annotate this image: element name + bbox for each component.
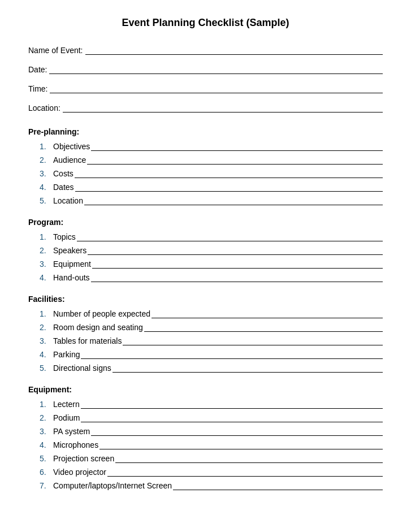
item-number: 2. bbox=[40, 413, 51, 422]
list-item: 1.Topics bbox=[40, 231, 383, 241]
item-label: Dates bbox=[53, 183, 74, 192]
item-line bbox=[144, 322, 383, 332]
list-item: 5.Projection screen bbox=[40, 453, 383, 463]
item-number: 1. bbox=[40, 232, 51, 241]
item-line bbox=[91, 141, 383, 151]
item-number: 4. bbox=[40, 273, 51, 282]
item-label: Podium bbox=[53, 413, 80, 422]
item-line bbox=[87, 154, 383, 165]
item-line bbox=[88, 245, 383, 255]
section-title-pre-planning: Pre-planning: bbox=[28, 127, 383, 136]
item-line bbox=[115, 453, 383, 463]
section-title-program: Program: bbox=[28, 218, 383, 227]
list-item: 4.Hand-outs bbox=[40, 272, 383, 282]
item-number: 1. bbox=[40, 400, 51, 409]
header-label-2: Time: bbox=[28, 84, 47, 93]
item-number: 4. bbox=[40, 183, 51, 192]
header-label-0: Name of Event: bbox=[28, 46, 83, 55]
section-equipment: Equipment:1.Lectern2.Podium3.PA system4.… bbox=[28, 385, 383, 490]
section-facilities: Facilities:1.Number of people expected2.… bbox=[28, 295, 383, 373]
list-item: 3.Equipment bbox=[40, 258, 383, 269]
item-number: 7. bbox=[40, 481, 51, 490]
header-line-3 bbox=[63, 102, 383, 113]
item-number: 3. bbox=[40, 259, 51, 269]
item-number: 2. bbox=[40, 323, 51, 332]
item-line bbox=[77, 231, 383, 241]
header-field-3: Location: bbox=[28, 102, 383, 113]
section-pre-planning: Pre-planning:1.Objectives2.Audience 3.Co… bbox=[28, 127, 383, 205]
list-item: 1.Lectern bbox=[40, 399, 383, 409]
item-line bbox=[173, 480, 383, 490]
list-item: 2.Audience bbox=[40, 154, 383, 165]
item-label: Video projector bbox=[53, 468, 106, 477]
item-label: Projection screen bbox=[53, 454, 114, 463]
list-item: 2.Podium bbox=[40, 412, 383, 422]
header-label-1: Date: bbox=[28, 65, 47, 74]
header-fields: Name of Event:Date:Time:Location: bbox=[28, 45, 383, 127]
header-line-2 bbox=[50, 83, 383, 93]
item-number: 1. bbox=[40, 309, 51, 318]
list-item: 2.Speakers bbox=[40, 245, 383, 255]
item-label: Lectern bbox=[53, 400, 80, 409]
list-item: 2.Room design and seating bbox=[40, 322, 383, 332]
item-label: Computer/laptops/Internet Screen bbox=[53, 481, 172, 490]
header-field-0: Name of Event: bbox=[28, 45, 383, 55]
section-list-pre-planning: 1.Objectives2.Audience 3.Costs4.Dates5.L… bbox=[28, 141, 383, 205]
section-program: Program:1.Topics2.Speakers3.Equipment4.H… bbox=[28, 218, 383, 282]
list-item: 4.Microphones bbox=[40, 439, 383, 449]
header-field-2: Time: bbox=[28, 83, 383, 93]
item-number: 2. bbox=[40, 155, 51, 165]
item-line bbox=[113, 362, 383, 373]
item-number: 3. bbox=[40, 169, 51, 178]
item-number: 1. bbox=[40, 142, 51, 151]
item-line bbox=[81, 349, 383, 359]
item-label: Objectives bbox=[53, 142, 90, 151]
section-list-program: 1.Topics2.Speakers3.Equipment4.Hand-outs bbox=[28, 231, 383, 282]
item-label: Number of people expected bbox=[53, 309, 150, 318]
item-number: 4. bbox=[40, 440, 51, 449]
list-item: 5.Directional signs bbox=[40, 362, 383, 373]
list-item: 4.Dates bbox=[40, 181, 383, 192]
item-line bbox=[92, 258, 383, 269]
item-number: 5. bbox=[40, 364, 51, 373]
item-line bbox=[152, 308, 383, 318]
item-line bbox=[81, 399, 383, 409]
item-line bbox=[99, 439, 383, 449]
list-item: 4.Parking bbox=[40, 349, 383, 359]
item-line bbox=[75, 181, 383, 192]
item-label: Location bbox=[53, 196, 83, 205]
list-item: 1.Objectives bbox=[40, 141, 383, 151]
item-number: 3. bbox=[40, 427, 51, 436]
item-label: PA system bbox=[53, 427, 90, 436]
item-number: 5. bbox=[40, 454, 51, 463]
header-field-1: Date: bbox=[28, 64, 383, 74]
item-label: Topics bbox=[53, 232, 76, 241]
list-item: 3.PA system bbox=[40, 426, 383, 436]
list-item: 5.Location bbox=[40, 195, 383, 205]
header-line-1 bbox=[49, 64, 383, 74]
item-number: 5. bbox=[40, 196, 51, 205]
item-line bbox=[107, 466, 383, 477]
sections-container: Pre-planning:1.Objectives2.Audience 3.Co… bbox=[28, 127, 383, 490]
list-item: 3.Tables for materials bbox=[40, 335, 383, 345]
item-line bbox=[123, 335, 383, 345]
item-label: Microphones bbox=[53, 440, 98, 449]
item-label: Speakers bbox=[53, 246, 86, 255]
item-label: Room design and seating bbox=[53, 323, 143, 332]
item-line bbox=[91, 272, 383, 282]
item-label: Directional signs bbox=[53, 364, 111, 373]
item-label: Tables for materials bbox=[53, 336, 122, 345]
item-line bbox=[75, 168, 383, 178]
section-title-facilities: Facilities: bbox=[28, 295, 383, 304]
list-item: 6.Video projector bbox=[40, 466, 383, 477]
list-item: 1.Number of people expected bbox=[40, 308, 383, 318]
section-title-equipment: Equipment: bbox=[28, 385, 383, 394]
list-item: 7.Computer/laptops/Internet Screen bbox=[40, 480, 383, 490]
section-list-equipment: 1.Lectern2.Podium3.PA system4.Microphone… bbox=[28, 399, 383, 490]
item-number: 6. bbox=[40, 468, 51, 477]
header-label-3: Location: bbox=[28, 103, 60, 113]
item-number: 4. bbox=[40, 350, 51, 359]
item-label: Hand-outs bbox=[53, 273, 90, 282]
header-line-0 bbox=[85, 45, 383, 55]
list-item: 3.Costs bbox=[40, 168, 383, 178]
